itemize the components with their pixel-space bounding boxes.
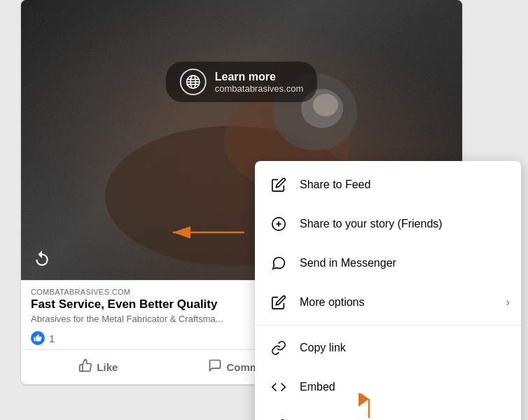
messenger-icon xyxy=(266,251,291,276)
more-options-chevron: › xyxy=(506,296,510,309)
menu-item-embed[interactable]: Embed xyxy=(255,368,521,407)
comment-icon xyxy=(208,358,222,376)
globe-icon xyxy=(180,69,207,95)
menu-item-send-messenger[interactable]: Send in Messenger xyxy=(255,244,521,283)
like-reaction-icon xyxy=(31,331,45,345)
like-label: Like xyxy=(97,361,118,373)
arrow-annotation xyxy=(167,223,251,245)
more-options-label: More options xyxy=(300,296,506,309)
more-options-icon xyxy=(266,290,291,315)
menu-item-more-options[interactable]: More options › xyxy=(255,283,521,322)
learn-more-label: Learn more xyxy=(215,71,303,83)
share-feed-icon xyxy=(266,172,291,197)
share-via-icon xyxy=(266,414,291,420)
embed-icon xyxy=(266,374,291,400)
menu-item-share-via[interactable]: Share via... › xyxy=(255,407,521,420)
embed-label: Embed xyxy=(300,381,510,393)
menu-item-share-story[interactable]: Share to your story (Friends) xyxy=(255,204,521,244)
like-icon xyxy=(78,358,92,376)
learn-more-overlay[interactable]: Learn more combatabrasives.com xyxy=(166,62,317,102)
menu-divider xyxy=(255,325,521,326)
like-button[interactable]: Like xyxy=(27,353,170,382)
learn-more-text: Learn more combatabrasives.com xyxy=(215,71,303,94)
reaction-count: 1 xyxy=(49,332,55,344)
share-story-icon xyxy=(266,211,291,237)
menu-item-copy-link[interactable]: Copy link xyxy=(255,328,521,368)
learn-more-url: combatabrasives.com xyxy=(215,83,303,94)
copy-link-icon xyxy=(266,335,291,360)
cursor-annotation xyxy=(359,393,380,420)
send-messenger-label: Send in Messenger xyxy=(300,257,510,270)
share-feed-label: Share to Feed xyxy=(300,178,510,191)
svg-point-5 xyxy=(313,94,338,116)
menu-item-share-feed[interactable]: Share to Feed xyxy=(255,165,521,204)
copy-link-label: Copy link xyxy=(300,342,510,354)
share-story-label: Share to your story (Friends) xyxy=(300,218,510,230)
replay-button[interactable] xyxy=(31,248,53,270)
context-menu: Share to Feed Share to your story (Frien… xyxy=(255,161,521,420)
